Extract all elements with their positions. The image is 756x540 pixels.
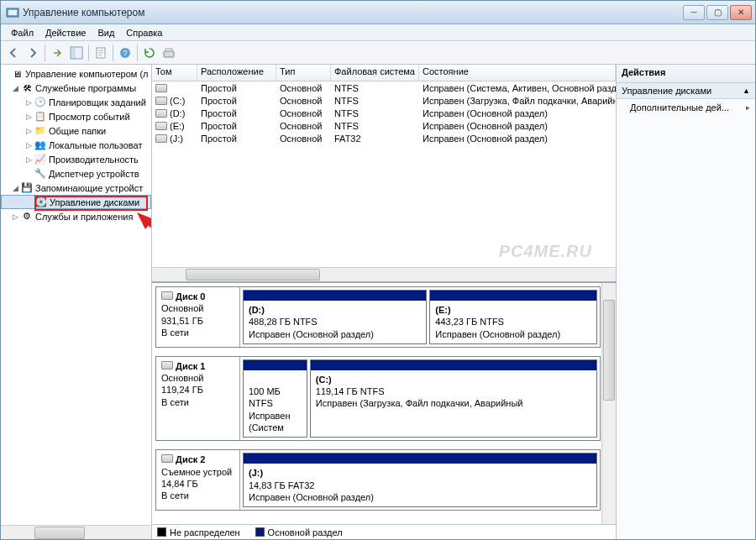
app-icon	[6, 6, 19, 19]
up-button[interactable]	[48, 44, 66, 62]
show-hide-tree-button[interactable]	[67, 44, 86, 62]
disk-icon	[161, 454, 173, 463]
actions-more[interactable]: Дополнительные дей...	[617, 99, 755, 116]
svg-rect-9	[165, 49, 172, 51]
tree-utilities[interactable]: ◢🛠Служебные программы	[1, 81, 151, 95]
svg-rect-3	[76, 48, 81, 58]
volume-icon	[155, 122, 167, 130]
volume-row[interactable]: (E:)ПростойОсновнойNTFSИсправен (Основно…	[152, 119, 616, 132]
volume-icon	[155, 134, 167, 143]
collapse-icon: ▲	[743, 87, 750, 95]
event-icon: 📋	[34, 110, 47, 123]
arrow-annotation	[135, 211, 152, 278]
svg-rect-2	[71, 48, 76, 58]
storage-icon: 💾	[20, 181, 34, 195]
minimize-button[interactable]: ─	[683, 5, 705, 20]
volume-horizontal-scrollbar[interactable]	[152, 267, 616, 281]
titlebar: Управление компьютером ─ ▢ ✕	[1, 1, 755, 24]
tree-horizontal-scrollbar[interactable]	[1, 525, 151, 539]
window-title: Управление компьютером	[23, 7, 683, 18]
settings-button[interactable]	[160, 44, 178, 62]
tree-scheduler[interactable]: ▷🕒Планировщик заданий	[1, 95, 151, 109]
svg-rect-8	[164, 51, 174, 57]
tree-device-manager[interactable]: 🔧Диспетчер устройств	[1, 166, 151, 181]
maximize-button[interactable]: ▢	[706, 5, 728, 20]
partition[interactable]: (C:)119,14 ГБ NTFSИсправен (Загрузка, Фа…	[310, 359, 597, 438]
disk-block: Диск 1Основной119,24 ГБВ сети100 МБ NTFS…	[155, 356, 601, 441]
folder-shared-icon: 📁	[34, 124, 47, 138]
col-status[interactable]: Состояние	[419, 65, 616, 81]
partition[interactable]: (E:)443,23 ГБ NTFSИсправен (Основной раз…	[429, 290, 597, 344]
menu-action[interactable]: Действие	[40, 26, 91, 39]
col-layout[interactable]: Расположение	[197, 65, 276, 81]
services-icon: ⚙	[20, 210, 34, 223]
actions-section[interactable]: Управление дисками ▲	[617, 83, 755, 99]
tree-services[interactable]: ▷⚙Службы и приложения	[1, 209, 151, 223]
perf-icon: 📈	[34, 153, 47, 166]
tree-disk-management[interactable]: 💽Управление дисками	[1, 195, 151, 209]
disk-label[interactable]: Диск 2Съемное устрой14,84 ГБВ сети	[156, 450, 240, 510]
legend-unallocated: Не распределен	[170, 527, 240, 537]
menubar: Файл Действие Вид Справка	[1, 24, 755, 41]
col-volume[interactable]: Том	[152, 65, 197, 81]
legend-swatch-primary	[255, 527, 265, 537]
watermark: PC4ME.RU	[499, 242, 592, 261]
partition-header	[311, 360, 596, 370]
back-button[interactable]	[4, 44, 23, 62]
partition-header	[244, 453, 596, 464]
partition-header	[244, 360, 307, 370]
tools-icon: 🛠	[20, 81, 34, 95]
users-icon: 👥	[34, 139, 47, 152]
volume-icon	[155, 84, 167, 92]
disk-graphical-view: Диск 0Основной931,51 ГБВ сети(D:)488,28 …	[152, 283, 616, 524]
tree-root[interactable]: 🖥Управление компьютером (л	[1, 66, 151, 81]
svg-rect-1	[8, 10, 17, 15]
center-pane: Том Расположение Тип Файловая система Со…	[152, 65, 617, 539]
tree-storage[interactable]: ◢💾Запоминающие устройст	[1, 181, 151, 195]
partition[interactable]: (J:)14,83 ГБ FAT32Исправен (Основной раз…	[243, 453, 597, 507]
forward-button[interactable]	[24, 44, 42, 62]
tree-shared-folders[interactable]: ▷📁Общие папки	[1, 123, 151, 138]
menu-help[interactable]: Справка	[121, 26, 167, 39]
menu-file[interactable]: Файл	[6, 26, 39, 39]
volume-icon	[155, 109, 167, 118]
device-icon: 🔧	[34, 167, 47, 181]
close-button[interactable]: ✕	[730, 5, 752, 20]
tree-event-viewer[interactable]: ▷📋Просмотр событий	[1, 109, 151, 123]
disk-icon	[161, 291, 173, 300]
disk-block: Диск 2Съемное устрой14,84 ГБВ сети(J:)14…	[155, 449, 601, 511]
partition[interactable]: (D:)488,28 ГБ NTFSИсправен (Основной раз…	[243, 290, 427, 344]
partition-header	[244, 291, 426, 301]
col-type[interactable]: Тип	[276, 65, 331, 81]
menu-view[interactable]: Вид	[92, 26, 119, 39]
partition-header	[430, 291, 596, 301]
volume-row[interactable]: (J:)ПростойОсновнойFAT32Исправен (Основн…	[152, 132, 616, 144]
tree-pane: 🖥Управление компьютером (л ◢🛠Служебные п…	[1, 65, 152, 539]
clock-icon: 🕒	[34, 96, 47, 109]
tree-local-users[interactable]: ▷👥Локальные пользоват	[1, 138, 151, 152]
tree-performance[interactable]: ▷📈Производительность	[1, 152, 151, 166]
volume-list: Том Расположение Тип Файловая система Со…	[152, 65, 616, 283]
disk-block: Диск 0Основной931,51 ГБВ сети(D:)488,28 …	[155, 286, 601, 348]
refresh-button[interactable]	[140, 44, 159, 62]
actions-title: Действия	[617, 65, 755, 83]
legend-swatch-unallocated	[157, 527, 166, 537]
partition[interactable]: 100 МБ NTFSИсправен (Систем	[243, 359, 307, 438]
disk-label[interactable]: Диск 1Основной119,24 ГБВ сети	[156, 357, 240, 440]
disk-vertical-scrollbar[interactable]	[601, 283, 616, 524]
svg-text:?: ?	[123, 49, 127, 57]
help-button[interactable]: ?	[116, 44, 134, 62]
computer-icon: 🖥	[10, 67, 24, 81]
volume-row[interactable]: (C:)ПростойОсновнойNTFSИсправен (Загрузк…	[152, 94, 616, 107]
disk-icon	[161, 361, 173, 370]
toolbar: ?	[1, 41, 755, 65]
properties-button[interactable]	[92, 44, 110, 62]
col-fs[interactable]: Файловая система	[331, 65, 419, 81]
volume-icon	[155, 97, 167, 105]
disk-label[interactable]: Диск 0Основной931,51 ГБВ сети	[156, 287, 240, 347]
actions-pane: Действия Управление дисками ▲ Дополнител…	[617, 65, 755, 539]
legend: Не распределен Основной раздел	[152, 524, 616, 539]
volume-row[interactable]: (D:)ПростойОсновнойNTFSИсправен (Основно…	[152, 107, 616, 119]
legend-primary: Основной раздел	[268, 527, 343, 537]
volume-row[interactable]: ПростойОсновнойNTFSИсправен (Система, Ак…	[152, 81, 616, 94]
